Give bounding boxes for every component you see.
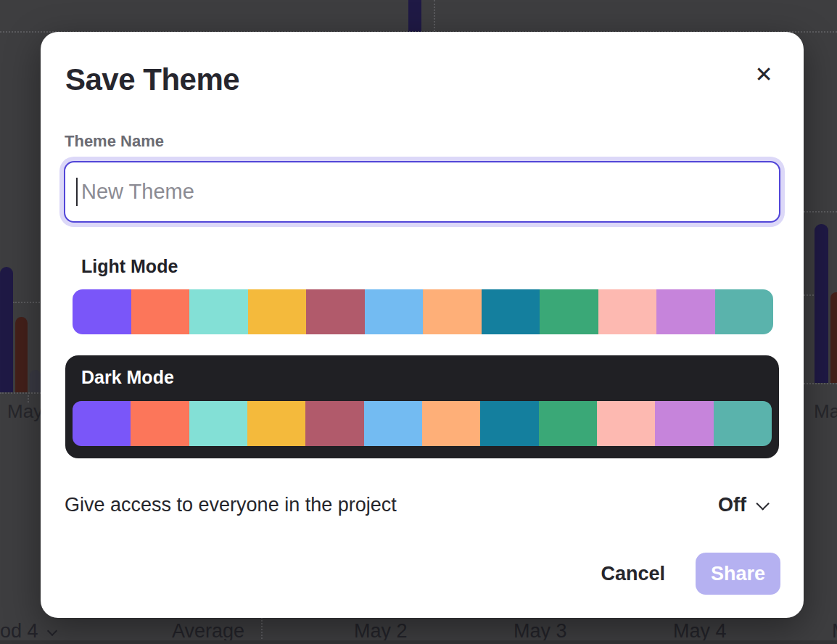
theme-name-focus-ring [59, 157, 785, 227]
x-axis-label-may3: May 3 [514, 620, 567, 643]
gridline [804, 294, 814, 296]
x-axis-label-average: Average [172, 620, 244, 643]
light-mode-palette [73, 289, 773, 334]
axis-baseline [804, 383, 837, 384]
x-axis-month-label: May [7, 400, 43, 423]
access-value: Off [718, 494, 746, 516]
gridline [434, 0, 435, 31]
background-bar [830, 292, 837, 383]
gridline [13, 302, 42, 303]
axis-bottom-strip [0, 640, 837, 644]
palette-swatch [480, 401, 538, 446]
palette-swatch [73, 401, 131, 446]
access-label: Give access to everyone in the project [65, 494, 397, 516]
x-axis-label-may4: May 4 [673, 620, 727, 643]
x-axis-label-may2: May 2 [354, 620, 408, 643]
text-cursor [76, 178, 78, 206]
palette-swatch [73, 289, 131, 334]
palette-swatch [306, 289, 365, 334]
palette-swatch [131, 401, 189, 446]
period-selector-label: od 4 [0, 620, 38, 642]
axis-divider [261, 615, 263, 644]
cancel-button[interactable]: Cancel [601, 563, 665, 585]
palette-swatch [656, 289, 715, 334]
palette-swatch [248, 289, 307, 334]
palette-swatch [247, 401, 305, 446]
background-bar [30, 370, 41, 392]
background-bar [815, 224, 828, 383]
background-bar [15, 317, 28, 392]
palette-swatch [189, 401, 247, 446]
axis-baseline [0, 392, 44, 394]
close-button[interactable]: ✕ [749, 59, 779, 90]
palette-swatch [715, 289, 774, 334]
palette-swatch [539, 401, 597, 446]
palette-swatch [714, 401, 772, 446]
palette-swatch [364, 401, 422, 446]
theme-name-input[interactable] [64, 161, 780, 223]
close-icon: ✕ [754, 62, 772, 86]
share-button[interactable]: Share [696, 553, 780, 595]
period-selector[interactable]: od 4 [0, 620, 56, 643]
chevron-down-icon [756, 497, 769, 510]
dialog-footer: Cancel Share [601, 553, 780, 595]
palette-swatch [597, 401, 655, 446]
x-axis-label-clipped: M [832, 620, 837, 643]
palette-swatch [598, 289, 657, 334]
palette-swatch [189, 289, 248, 334]
gridline [804, 211, 837, 212]
palette-swatch [540, 289, 598, 334]
palette-swatch [482, 289, 540, 334]
palette-swatch [305, 401, 363, 446]
light-mode-label: Light Mode [81, 256, 178, 277]
access-dropdown[interactable]: Off [718, 494, 766, 516]
palette-swatch [365, 289, 424, 334]
palette-swatch [655, 401, 713, 446]
background-bar [0, 267, 13, 392]
save-theme-dialog: Save Theme ✕ Theme Name Light Mode Dark … [41, 32, 804, 618]
palette-swatch [131, 289, 190, 334]
x-axis-month-label: Ma [814, 400, 837, 423]
palette-swatch [422, 401, 480, 446]
background-bar [408, 0, 421, 32]
access-row: Give access to everyone in the project O… [65, 490, 766, 519]
theme-name-label: Theme Name [65, 132, 164, 151]
dark-mode-card: Dark Mode [65, 355, 779, 458]
palette-swatch [423, 289, 482, 334]
dark-mode-palette [73, 401, 772, 446]
dark-mode-label: Dark Mode [81, 367, 174, 388]
dialog-title: Save Theme [65, 62, 239, 97]
chevron-down-icon [46, 626, 57, 636]
